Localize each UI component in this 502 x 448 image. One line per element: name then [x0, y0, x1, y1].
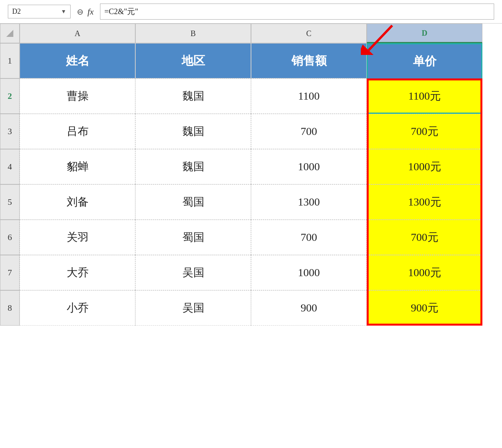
cell-ref-dropdown-icon: ▼	[61, 9, 66, 15]
column-headers-row: A B C D	[0, 24, 502, 43]
cell-reference-text: D2	[12, 7, 21, 16]
col-header-d[interactable]: D	[367, 24, 482, 43]
corner-triangle-icon	[6, 30, 13, 37]
row-num-2: 2	[0, 78, 20, 114]
spreadsheet: A B C D 1 姓名 地区 销售额 单价 2 曹操 魏国 1100 1100…	[0, 24, 502, 326]
cell-d4[interactable]: 1000元	[367, 149, 482, 184]
cell-d7[interactable]: 1000元	[367, 255, 482, 290]
cell-a4[interactable]: 貂蝉	[20, 149, 135, 184]
cell-b5[interactable]: 蜀国	[135, 184, 251, 220]
cell-a1[interactable]: 姓名	[20, 43, 135, 78]
cell-b2[interactable]: 魏国	[135, 78, 251, 114]
cell-d3[interactable]: 700元	[367, 114, 482, 149]
cell-a5[interactable]: 刘备	[20, 184, 135, 220]
data-row-3: 3 吕布 魏国 700 700元	[0, 114, 502, 149]
row-num-6: 6	[0, 220, 20, 255]
data-row-6: 6 关羽 蜀国 700 700元	[0, 220, 502, 255]
row-num-8: 8	[0, 290, 20, 326]
zoom-icon: ⊖	[77, 7, 84, 16]
row-num-7: 7	[0, 255, 20, 290]
data-rows-container: 2 曹操 魏国 1100 1100元 3 吕布 魏国 700 700元 4 貂蝉…	[0, 78, 502, 326]
cell-c7[interactable]: 1000	[251, 255, 367, 290]
data-row-2: 2 曹操 魏国 1100 1100元	[0, 78, 502, 114]
formula-icons: ⊖ fx	[77, 7, 94, 17]
cell-a7[interactable]: 大乔	[20, 255, 135, 290]
cell-d5[interactable]: 1300元	[367, 184, 482, 220]
col-header-a[interactable]: A	[20, 24, 135, 43]
data-row-4: 4 貂蝉 魏国 1000 1000元	[0, 149, 502, 184]
cell-c3[interactable]: 700	[251, 114, 367, 149]
header-data-row: 1 姓名 地区 销售额 单价	[0, 43, 502, 78]
cell-a3[interactable]: 吕布	[20, 114, 135, 149]
data-row-7: 7 大乔 吴国 1000 1000元	[0, 255, 502, 290]
cell-b7[interactable]: 吴国	[135, 255, 251, 290]
cell-b8[interactable]: 吴国	[135, 290, 251, 326]
fx-label: fx	[87, 7, 94, 17]
data-row-8: 8 小乔 吴国 900 900元	[0, 290, 502, 326]
cell-d2[interactable]: 1100元	[367, 78, 482, 114]
spreadsheet-wrapper: A B C D 1 姓名 地区 销售额 单价 2 曹操 魏国 1100 1100…	[0, 24, 502, 326]
cell-d6[interactable]: 700元	[367, 220, 482, 255]
svg-marker-2	[6, 30, 13, 37]
cell-b1[interactable]: 地区	[135, 43, 251, 78]
cell-c1[interactable]: 销售额	[251, 43, 367, 78]
col-header-c[interactable]: C	[251, 24, 367, 43]
row-num-5: 5	[0, 184, 20, 220]
formula-bar: D2 ▼ ⊖ fx =C2&"元"	[0, 0, 502, 24]
data-row-5: 5 刘备 蜀国 1300 1300元	[0, 184, 502, 220]
cell-a2[interactable]: 曹操	[20, 78, 135, 114]
cell-c8[interactable]: 900	[251, 290, 367, 326]
formula-input[interactable]: =C2&"元"	[100, 4, 494, 20]
cell-c2[interactable]: 1100	[251, 78, 367, 114]
row-num-3: 3	[0, 114, 20, 149]
corner-header	[0, 24, 20, 43]
cell-reference-box[interactable]: D2 ▼	[8, 5, 71, 18]
cell-b6[interactable]: 蜀国	[135, 220, 251, 255]
cell-d8[interactable]: 900元	[367, 290, 482, 326]
cell-c4[interactable]: 1000	[251, 149, 367, 184]
cell-a8[interactable]: 小乔	[20, 290, 135, 326]
cell-b3[interactable]: 魏国	[135, 114, 251, 149]
row-num-1: 1	[0, 43, 20, 78]
cell-b4[interactable]: 魏国	[135, 149, 251, 184]
cell-c6[interactable]: 700	[251, 220, 367, 255]
cell-c5[interactable]: 1300	[251, 184, 367, 220]
row-num-4: 4	[0, 149, 20, 184]
cell-a6[interactable]: 关羽	[20, 220, 135, 255]
cell-d1[interactable]: 单价	[367, 43, 482, 78]
col-header-b[interactable]: B	[135, 24, 251, 43]
